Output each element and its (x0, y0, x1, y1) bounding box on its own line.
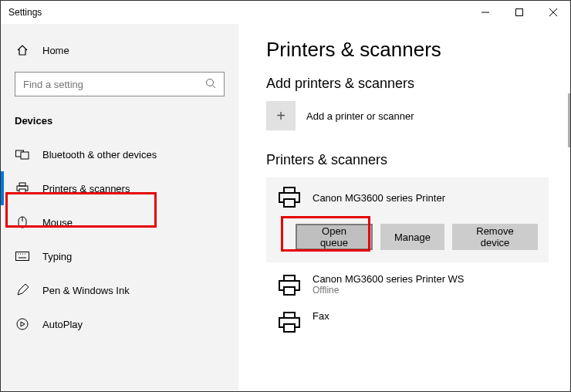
pen-icon (15, 284, 30, 296)
svg-rect-29 (284, 324, 295, 332)
svg-marker-20 (21, 322, 25, 326)
close-icon (549, 8, 557, 16)
svg-rect-1 (516, 9, 523, 16)
list-section-title: Printers & scanners (266, 152, 549, 168)
svg-rect-26 (284, 287, 295, 295)
open-queue-button[interactable]: Open queue (296, 224, 373, 250)
settings-window: Settings Home (0, 0, 571, 392)
maximize-icon (515, 8, 523, 16)
remove-device-button[interactable]: Remove device (452, 224, 538, 250)
svg-point-4 (207, 79, 214, 86)
plus-icon: + (266, 101, 296, 130)
printer-icon (277, 310, 302, 335)
svg-rect-10 (19, 189, 25, 193)
printer-icon (277, 185, 302, 210)
sidebar-item-label: Bluetooth & other devices (42, 149, 157, 161)
search-input[interactable] (22, 78, 205, 91)
minimize-button[interactable] (468, 1, 502, 24)
device-name: Fax (313, 310, 329, 322)
sidebar-item-label: AutoPlay (42, 319, 83, 330)
home-link[interactable]: Home (1, 39, 238, 61)
search-icon (205, 78, 218, 90)
mouse-icon (15, 216, 30, 228)
sidebar-item-autoplay[interactable]: AutoPlay (1, 307, 238, 341)
device-buttons: Open queue Manage Remove device (296, 224, 538, 250)
sidebar-item-label: Mouse (42, 217, 73, 228)
sidebar-item-mouse[interactable]: Mouse (1, 205, 238, 239)
window-controls (468, 1, 570, 24)
minimize-icon (481, 8, 489, 16)
home-icon (15, 44, 30, 56)
titlebar: Settings (1, 1, 570, 24)
svg-line-5 (213, 86, 216, 89)
sidebar-item-bluetooth[interactable]: Bluetooth & other devices (1, 137, 238, 171)
svg-rect-24 (284, 275, 295, 281)
svg-rect-13 (16, 252, 29, 261)
svg-rect-7 (21, 152, 29, 159)
manage-button[interactable]: Manage (380, 224, 444, 250)
sidebar-item-pen[interactable]: Pen & Windows Ink (1, 273, 238, 307)
home-label: Home (42, 45, 69, 56)
svg-rect-8 (19, 183, 25, 186)
printer-item[interactable]: Fax (266, 304, 549, 341)
devices-icon (15, 149, 30, 160)
device-name: Canon MG3600 series Printer WS (313, 273, 465, 285)
page-title: Printers & scanners (266, 38, 549, 62)
maximize-button[interactable] (502, 1, 536, 24)
printer-icon (277, 273, 302, 298)
content-pane: Printers & scanners Add printers & scann… (238, 24, 570, 391)
add-section-title: Add printers & scanners (266, 76, 549, 92)
sidebar-item-label: Pen & Windows Ink (42, 285, 130, 296)
svg-rect-27 (284, 313, 295, 318)
sidebar-item-typing[interactable]: Typing (1, 239, 238, 273)
keyboard-icon (15, 252, 30, 261)
autoplay-icon (15, 318, 30, 330)
close-button[interactable] (536, 1, 570, 24)
device-name: Canon MG3600 series Printer (313, 192, 445, 204)
svg-rect-21 (284, 188, 295, 193)
add-printer-label: Add a printer or scanner (306, 110, 414, 122)
add-printer-row[interactable]: + Add a printer or scanner (266, 101, 549, 130)
sidebar-item-label: Printers & scanners (42, 183, 130, 194)
printer-icon (15, 182, 30, 194)
sidebar: Home Devices Bluetooth & other devices (1, 24, 238, 391)
device-status: Offline (313, 285, 465, 296)
sidebar-item-label: Typing (42, 251, 72, 262)
sidebar-section-title: Devices (1, 110, 238, 137)
svg-rect-23 (284, 199, 295, 207)
selected-printer-card[interactable]: Canon MG3600 series Printer Open queue M… (266, 177, 549, 262)
window-title: Settings (8, 7, 42, 18)
scrollbar[interactable] (568, 93, 570, 147)
svg-point-19 (17, 319, 28, 329)
window-body: Home Devices Bluetooth & other devices (1, 24, 570, 391)
sidebar-item-printers[interactable]: Printers & scanners (1, 171, 238, 205)
printer-item[interactable]: Canon MG3600 series Printer WS Offline (266, 267, 549, 304)
search-box[interactable] (15, 72, 225, 96)
